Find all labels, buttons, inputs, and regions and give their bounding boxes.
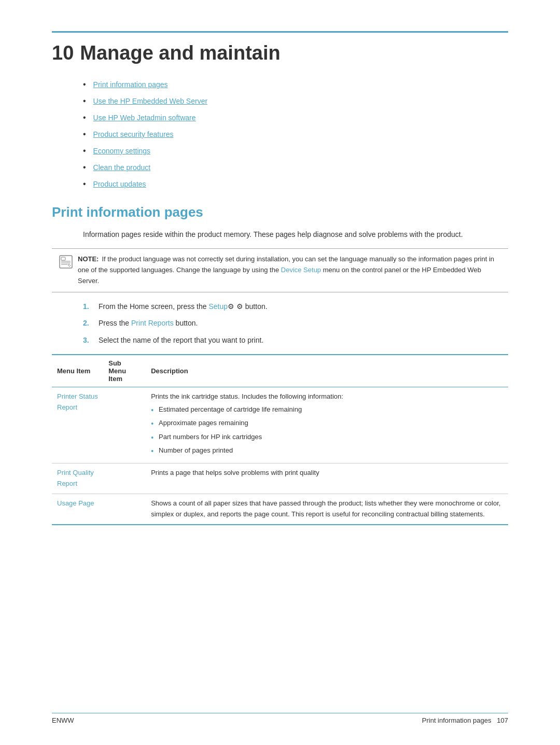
toc-item-2: Use the HP Embedded Web Server xyxy=(83,96,508,106)
row1-desc-text: Prints the ink cartridge status. Include… xyxy=(151,392,343,400)
col-sub-menu-item: Sub Menu Item xyxy=(103,355,146,387)
step-3: 3. Select the name of the report that yo… xyxy=(83,334,508,346)
step-2: 2. Press the Print Reports button. xyxy=(83,317,508,329)
col-description: Description xyxy=(146,355,508,387)
step-1-num: 1. xyxy=(83,301,99,312)
footer-left: ENWW xyxy=(52,716,74,724)
table-row: Print Quality Report Prints a page that … xyxy=(52,463,508,494)
section-title: Print information pages xyxy=(52,204,508,220)
col-menu-item: Menu Item xyxy=(52,355,103,387)
print-quality-report-link[interactable]: Print Quality Report xyxy=(57,469,94,487)
row2-sub-menu xyxy=(103,463,146,494)
step-1-setup-link[interactable]: Setup xyxy=(208,302,228,311)
step-3-text: Select the name of the report that you w… xyxy=(99,334,263,346)
row1-sub-menu xyxy=(103,387,146,463)
footer-right-label: Print information pages xyxy=(422,716,492,724)
section-intro: Information pages reside within the prod… xyxy=(83,229,508,240)
toc-link-3[interactable]: Use HP Web Jetadmin software xyxy=(93,114,196,122)
footer-right: Print information pages 107 xyxy=(422,716,508,724)
chapter-title: Manage and maintain xyxy=(80,42,280,64)
note-label: NOTE: xyxy=(78,255,99,263)
toc-list: Print information pages Use the HP Embed… xyxy=(83,80,508,189)
list-item: Number of pages printed xyxy=(151,445,503,457)
note-box: NOTE:If the product language was not cor… xyxy=(52,248,508,292)
usage-page-link[interactable]: Usage Page xyxy=(57,499,94,507)
toc-link-6[interactable]: Clean the product xyxy=(93,163,151,172)
row3-menu-item: Usage Page xyxy=(52,494,103,524)
steps-container: 1. From the Home screen, press the Setup… xyxy=(83,301,508,346)
chapter-heading: 10Manage and maintain xyxy=(52,31,508,64)
toc-item-4: Product security features xyxy=(83,130,508,139)
step-1: 1. From the Home screen, press the Setup… xyxy=(83,301,508,312)
table-row: Usage Page Shows a count of all paper si… xyxy=(52,494,508,524)
note-device-setup-link[interactable]: Device Setup xyxy=(281,266,321,274)
step-2-text: Press the Print Reports button. xyxy=(99,317,198,329)
table-header-row: Menu Item Sub Menu Item Description xyxy=(52,355,508,387)
table-header: Menu Item Sub Menu Item Description xyxy=(52,355,508,387)
printer-status-report-link[interactable]: Printer Status Report xyxy=(57,392,98,411)
note-icon xyxy=(59,255,73,271)
step-2-text-before: Press the xyxy=(99,319,131,327)
step-3-num: 3. xyxy=(83,334,99,346)
page-number: 107 xyxy=(497,716,508,724)
setup-gear-icon: ⚙ xyxy=(228,301,234,312)
step-2-print-reports-link[interactable]: Print Reports xyxy=(131,319,174,327)
list-item: Part numbers for HP ink cartridges xyxy=(151,432,503,443)
list-item: Approximate pages remaining xyxy=(151,418,503,429)
toc-link-7[interactable]: Product updates xyxy=(93,180,146,188)
table-row: Printer Status Report Prints the ink car… xyxy=(52,387,508,463)
reports-table: Menu Item Sub Menu Item Description Prin… xyxy=(52,354,508,525)
note-text: NOTE:If the product language was not cor… xyxy=(78,254,501,286)
toc-link-5[interactable]: Economy settings xyxy=(93,147,151,155)
toc-item-1: Print information pages xyxy=(83,80,508,89)
list-item: Estimated percentage of cartridge life r… xyxy=(151,404,503,416)
row3-description: Shows a count of all paper sizes that ha… xyxy=(146,494,508,524)
step-2-text-after: button. xyxy=(174,319,198,327)
toc-link-1[interactable]: Print information pages xyxy=(93,80,168,89)
row2-description: Prints a page that helps solve problems … xyxy=(146,463,508,494)
toc-link-4[interactable]: Product security features xyxy=(93,130,174,138)
toc-item-3: Use HP Web Jetadmin software xyxy=(83,113,508,122)
toc-link-2[interactable]: Use the HP Embedded Web Server xyxy=(93,97,208,105)
table-body: Printer Status Report Prints the ink car… xyxy=(52,387,508,524)
row2-menu-item: Print Quality Report xyxy=(52,463,103,494)
toc-item-5: Economy settings xyxy=(83,146,508,156)
row1-bullet-list: Estimated percentage of cartridge life r… xyxy=(151,404,503,457)
toc-item-7: Product updates xyxy=(83,179,508,189)
row1-menu-item: Printer Status Report xyxy=(52,387,103,463)
step-1-text: From the Home screen, press the Setup ⚙ … xyxy=(99,301,268,312)
chapter-number: 10 xyxy=(52,42,74,64)
page-footer: ENWW Print information pages 107 xyxy=(52,713,508,724)
step-1-text-before: From the Home screen, press the xyxy=(99,302,208,311)
step-2-num: 2. xyxy=(83,317,99,329)
toc-item-6: Clean the product xyxy=(83,163,508,172)
row3-sub-menu xyxy=(103,494,146,524)
row1-description: Prints the ink cartridge status. Include… xyxy=(146,387,508,463)
step-1-text-after: ⚙ button. xyxy=(234,302,268,311)
